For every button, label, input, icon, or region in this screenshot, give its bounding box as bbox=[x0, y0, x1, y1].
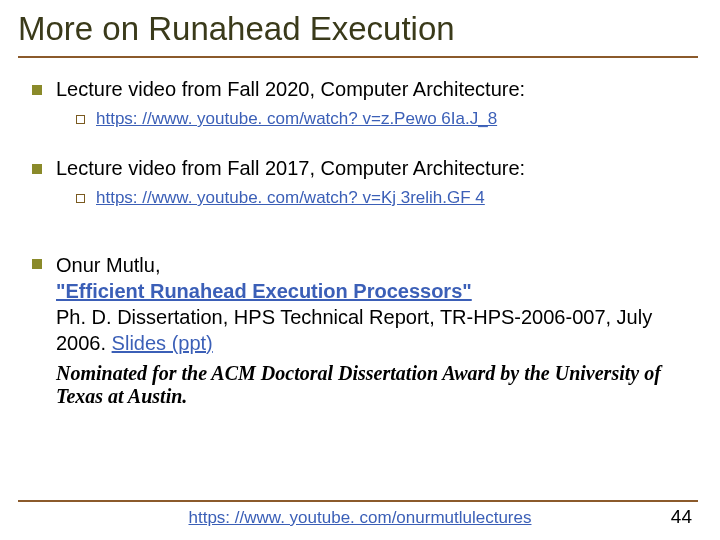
slide: More on Runahead Execution Lecture video… bbox=[0, 0, 720, 540]
slide-title: More on Runahead Execution bbox=[18, 10, 455, 48]
footer-divider bbox=[18, 500, 698, 502]
bullet-text-1: Lecture video from Fall 2020, Computer A… bbox=[56, 78, 525, 100]
citation-author: Onur Mutlu, bbox=[56, 254, 160, 276]
paper-title-link[interactable]: "Efficient Runahead Execution Processors… bbox=[56, 280, 472, 302]
bullet-item-2: Lecture video from Fall 2017, Computer A… bbox=[30, 157, 690, 208]
sub-bullet-1: https: //www. youtube. com/watch? v=z.Pe… bbox=[74, 109, 690, 129]
video-link-2020[interactable]: https: //www. youtube. com/watch? v=z.Pe… bbox=[96, 109, 497, 128]
sub-bullet-2: https: //www. youtube. com/watch? v=Kj 3… bbox=[74, 188, 690, 208]
footer-channel-link[interactable]: https: //www. youtube. com/onurmutlulect… bbox=[189, 508, 532, 527]
footer-link-container: https: //www. youtube. com/onurmutlulect… bbox=[0, 508, 720, 528]
bullet-item-1: Lecture video from Fall 2020, Computer A… bbox=[30, 78, 690, 129]
citation: Onur Mutlu, "Efficient Runahead Executio… bbox=[56, 252, 690, 356]
page-number: 44 bbox=[671, 506, 692, 528]
bullet-item-3: Onur Mutlu, "Efficient Runahead Executio… bbox=[30, 252, 690, 408]
video-link-2017[interactable]: https: //www. youtube. com/watch? v=Kj 3… bbox=[96, 188, 485, 207]
nomination-note: Nominated for the ACM Doctoral Dissertat… bbox=[56, 362, 690, 408]
slide-body: Lecture video from Fall 2020, Computer A… bbox=[30, 78, 690, 436]
slides-link[interactable]: Slides (ppt) bbox=[112, 332, 213, 354]
bullet-text-2: Lecture video from Fall 2017, Computer A… bbox=[56, 157, 525, 179]
title-divider bbox=[18, 56, 698, 58]
